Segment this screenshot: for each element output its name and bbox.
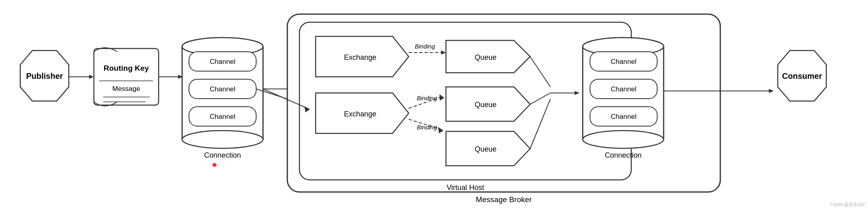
watermark-text: CSDN @景庆197 (830, 202, 865, 208)
queue2-label: Queue (475, 101, 497, 109)
consumer-label: Consumer (782, 72, 822, 80)
exchange2-label: Exchange (344, 110, 376, 118)
message-label: Message (112, 85, 140, 93)
virtual-host-label: Virtual Host (447, 184, 484, 192)
channel-right-2: Channel (611, 85, 636, 93)
binding2-label: Binding (417, 95, 437, 101)
queue3-label: Queue (475, 145, 497, 153)
channel-left-1: Channel (210, 58, 235, 65)
connection-left-label: Connection (204, 151, 241, 159)
channel-left-2: Channel (210, 85, 235, 93)
message-broker-label: Message Broker (476, 195, 532, 204)
connection-right-label: Connection (605, 151, 641, 159)
svg-rect-2 (94, 49, 159, 105)
svg-marker-43 (769, 89, 774, 93)
binding3-label: Binding (417, 124, 437, 131)
binding1-label: Binding (415, 43, 435, 50)
svg-marker-1 (89, 75, 94, 79)
queue1-label: Queue (475, 53, 497, 61)
red-dot (212, 163, 216, 167)
routing-key-label: Routing Key (104, 64, 149, 72)
channel-right-1: Channel (611, 58, 636, 65)
diagram-container: Publisher Routing Key Message Channel (0, 0, 868, 211)
exchange1-label: Exchange (344, 53, 376, 61)
publisher-label: Publisher (26, 72, 63, 80)
svg-point-35 (583, 131, 664, 148)
channel-left-3: Channel (210, 113, 235, 120)
channel-right-3: Channel (611, 113, 636, 120)
svg-point-10 (182, 131, 263, 148)
